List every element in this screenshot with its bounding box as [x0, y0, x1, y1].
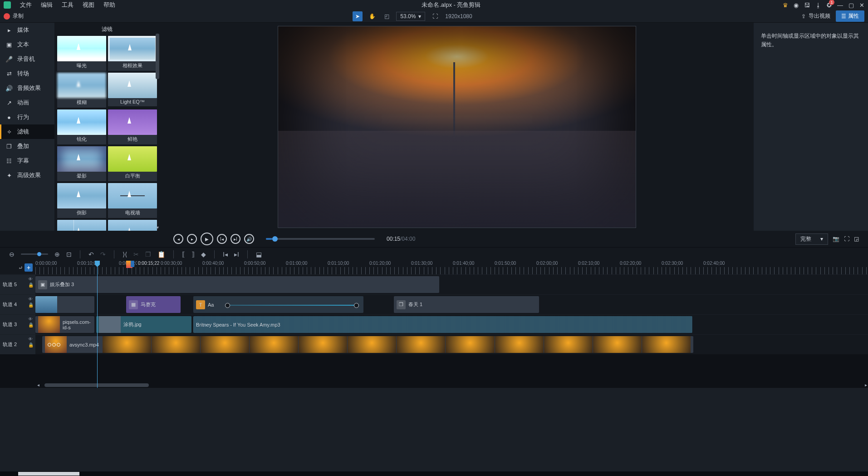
clip-ramp[interactable] [225, 305, 359, 306]
lock-icon[interactable]: 🔒 [28, 283, 34, 288]
scrollbar-thumb[interactable] [156, 34, 159, 79]
clip-graffiti[interactable]: 涂鸦.jpg [96, 316, 191, 333]
zoom-slider-thumb[interactable] [37, 252, 41, 256]
clip-avsync[interactable]: avsync3.mp4 [42, 336, 693, 353]
hscroll-thumb[interactable] [44, 383, 149, 387]
out-marker[interactable] [131, 261, 134, 267]
filter-blur[interactable]: 模糊 [57, 73, 106, 108]
sidebar-item-transition[interactable]: ⇄转场 [0, 66, 54, 81]
clip-mosaic[interactable]: ▦ 马赛克 [126, 296, 181, 313]
filter-reflect[interactable]: 倒影 [57, 183, 106, 218]
filter-lighteq[interactable]: Light EQ™ [108, 73, 157, 108]
eye-icon[interactable]: 👁 [28, 317, 34, 322]
sidebar-item-recorder[interactable]: 🎤录音机 [0, 52, 54, 66]
paste-icon[interactable]: 📋 [157, 251, 165, 258]
lock-icon[interactable]: 🔒 [28, 322, 34, 327]
fullscreen-icon[interactable]: ⛶ [844, 236, 849, 242]
lock-icon[interactable]: 🔒 [28, 342, 34, 347]
clip-spring[interactable]: ❐ 春天 1 [394, 296, 539, 313]
zoom-slider[interactable] [21, 253, 48, 255]
zoom-out-icon[interactable]: ⊖ [9, 251, 15, 258]
filter-vivid[interactable]: 鲜艳 [108, 109, 157, 144]
track-content[interactable]: ▦ 马赛克 T Aa ❐ 春天 1 [35, 295, 868, 314]
download-icon[interactable]: ⭳ [815, 2, 821, 9]
hand-tool[interactable]: ✋ [367, 11, 377, 21]
track-content[interactable]: piqsels.com-id-s 涂鸦.jpg Britney Spears -… [35, 315, 868, 334]
zoom-in-icon[interactable]: ⊕ [54, 251, 60, 258]
filter-whitebalance[interactable]: 白平衡 [108, 146, 157, 181]
filter-vignette[interactable]: 晕影 [57, 146, 106, 181]
fit-select[interactable]: 完整 ▾ [795, 233, 828, 245]
filter-scrollbar[interactable]: ▾ [155, 34, 160, 231]
menu-view[interactable]: 视图 [78, 1, 99, 9]
clip-overlay[interactable]: ▣ 娱乐叠加 3 [35, 276, 439, 293]
clip-text-aa[interactable]: T Aa [193, 296, 363, 313]
undo-icon[interactable]: ↶ [88, 251, 94, 258]
magnet-icon[interactable]: ⤾ [19, 265, 23, 271]
account-icon[interactable]: ◉ [794, 2, 799, 9]
split-icon[interactable]: ⟩⟨ [123, 251, 127, 258]
goto-start-icon[interactable]: I◂ [223, 251, 228, 258]
track-label[interactable]: 轨道 4 👁🔒 [0, 295, 35, 314]
step-fwd-button[interactable]: ▸ [187, 234, 197, 244]
play-button[interactable]: ▶ [201, 233, 213, 245]
copy-icon[interactable]: ❐ [145, 251, 151, 258]
timeline-ruler[interactable]: 0:00:15;22 0:00:00;00 0:00:10;00 0:00:20… [35, 261, 868, 274]
track-label[interactable]: 轨道 2 👁🔒 [0, 335, 35, 354]
sidebar-item-overlay[interactable]: ❐叠加 [0, 139, 54, 154]
menu-tools[interactable]: 工具 [57, 1, 78, 9]
chevron-left-icon[interactable]: ◂ [37, 382, 39, 387]
chevron-down-icon[interactable]: ▾ [157, 225, 159, 230]
goto-end-icon[interactable]: ▸I [234, 251, 239, 258]
sidebar-item-behavior[interactable]: ●行为 [0, 110, 54, 124]
snapshot-icon[interactable]: 📷 [833, 236, 839, 242]
record-button[interactable]: 录制 [4, 12, 24, 20]
notification-icon[interactable]: ✪ [827, 2, 832, 9]
menu-edit[interactable]: 编辑 [36, 1, 57, 9]
zoom-select[interactable]: 53.0% ▾ [396, 12, 425, 21]
clip-piqsels[interactable]: piqsels.com-id-s [35, 316, 94, 333]
track-label[interactable]: 轨道 5 👁🔒 [0, 275, 35, 294]
select-tool[interactable]: ➤ [353, 11, 363, 21]
filter-vsplit[interactable]: 垂直分割 [57, 220, 106, 231]
crop-tool[interactable]: ◰ [382, 11, 392, 21]
detach-icon[interactable]: ◲ [854, 236, 859, 242]
playhead[interactable] [97, 261, 98, 388]
eye-icon[interactable]: 👁 [28, 337, 34, 342]
close-icon[interactable]: ✕ [859, 2, 864, 9]
fit-icon[interactable]: ⛶ [432, 13, 438, 20]
track-content[interactable]: avsync3.mp4 [35, 335, 868, 354]
menu-file[interactable]: 文件 [15, 1, 36, 9]
clip-image[interactable] [35, 296, 94, 313]
filter-exposure[interactable]: 曝光 [57, 36, 106, 71]
prev-frame-button[interactable]: I◂ [217, 234, 227, 244]
mark-out-icon[interactable]: ⟧ [191, 251, 195, 258]
maximize-icon[interactable]: ▢ [848, 2, 854, 9]
sidebar-item-text[interactable]: ▣文本 [0, 37, 54, 52]
sidebar-item-media[interactable]: ▸媒体 [0, 23, 54, 37]
filter-frame[interactable]: 相框效果 [108, 36, 157, 71]
save-icon[interactable]: 🖫 [804, 2, 810, 9]
menu-help[interactable]: 帮助 [99, 1, 120, 9]
track-label[interactable]: 轨道 3 👁🔒 [0, 315, 35, 334]
filter-partial-mosaic[interactable]: 部分马赛克 [108, 220, 157, 231]
sidebar-item-filter[interactable]: ✧滤镜 [0, 124, 54, 139]
filter-sharpen[interactable]: 锐化 [57, 109, 106, 144]
add-track-button[interactable]: + [25, 263, 33, 272]
fit-timeline-icon[interactable]: ⊡ [66, 251, 72, 258]
lock-icon[interactable]: 🔒 [28, 302, 34, 307]
properties-button[interactable]: ☰ 属性 [836, 10, 864, 22]
sidebar-item-advanced[interactable]: ✦高级效果 [0, 168, 54, 183]
step-back-button[interactable]: ◂ [173, 234, 183, 244]
filter-tvwall[interactable]: 电视墙 [108, 183, 157, 218]
sidebar-item-subtitle[interactable]: ☷字幕 [0, 154, 54, 168]
clip-audio-britney[interactable]: Britney Spears - If You Seek Amy.mp3 [193, 316, 692, 333]
mark-in-icon[interactable]: ⟦ [182, 251, 185, 258]
sidebar-item-audio-fx[interactable]: 🔊音频效果 [0, 81, 54, 95]
tag-icon[interactable]: ◆ [201, 251, 206, 258]
cut-icon[interactable]: ✂ [133, 251, 139, 258]
eye-icon[interactable]: 👁 [28, 297, 34, 302]
marker-add-icon[interactable]: ⬓ [256, 251, 262, 258]
preview-canvas[interactable] [278, 26, 636, 228]
export-button[interactable]: ⇪ 导出视频 [801, 12, 830, 20]
